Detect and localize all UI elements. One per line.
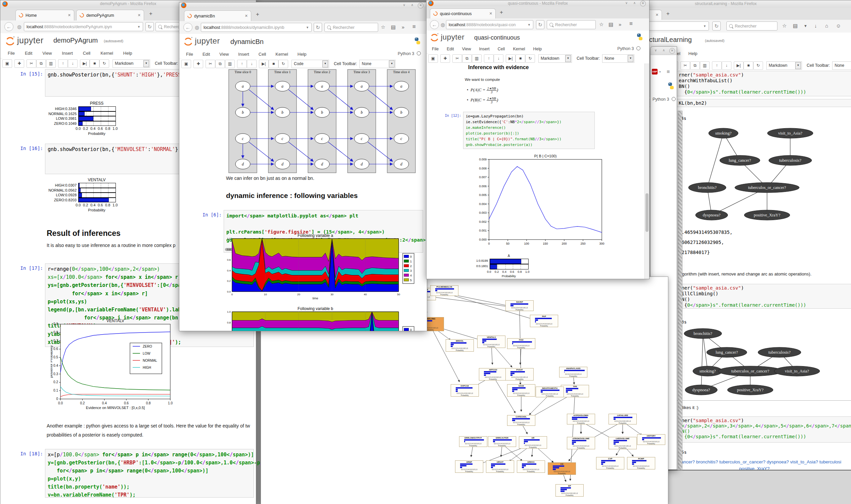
bn-node[interactable]: positive_XraY? (727, 385, 773, 395)
cut-cell-icon[interactable]: ✂ (206, 60, 215, 68)
tab-close-icon[interactable]: ✕ (486, 12, 492, 16)
copy-cell-icon[interactable]: ⧉ (462, 54, 472, 63)
adblock-icon[interactable]: ABP (652, 69, 658, 74)
alarm-node-history[interactable]: HISTORY0.0 0.2 0.4 0.6 0.8 1.0Probabilit… (637, 434, 665, 445)
alarm-node-hrekg[interactable]: HREKG0.0 0.2 0.4 0.6 0.8 1.0Probability (517, 461, 545, 473)
close-icon[interactable]: ✕ (669, 48, 675, 54)
menu-view[interactable]: View (42, 51, 52, 56)
paste-cell-icon[interactable]: ▥ (46, 59, 56, 68)
bn-node[interactable]: smoking? (709, 128, 738, 138)
alarm-node-cvp[interactable]: CVP0.0 0.2 0.4 0.6 0.8 1.0Probability (596, 457, 624, 469)
restart-kernel-icon[interactable]: ↻ (278, 60, 288, 68)
menu-icon[interactable]: ≡ (412, 23, 416, 30)
cut-cell-icon[interactable]: ✂ (452, 54, 462, 63)
paste-cell-icon[interactable]: ▥ (700, 61, 710, 70)
bn-node[interactable]: lung_cancer? (707, 347, 747, 357)
url-dropdown-icon[interactable]: ▼ (137, 25, 140, 29)
menu-edit[interactable]: Edit (203, 52, 210, 57)
menu-view[interactable]: View (462, 47, 471, 51)
menu-help[interactable]: Help (689, 51, 697, 56)
alarm-node-pvsat[interactable]: PVSAT0.0 0.2 0.4 0.6 0.8 1.0Probability (505, 368, 534, 380)
close-icon[interactable]: ✕ (418, 3, 423, 8)
paste-cell-icon[interactable]: ▥ (225, 60, 235, 68)
menu-kernel[interactable]: Kernel (100, 51, 113, 56)
menu-view[interactable]: View (219, 52, 229, 57)
alarm-node-insuffanesth[interactable]: INSUFFANESTH0.0 0.2 0.4 0.6 0.8 1.0Proba… (536, 386, 564, 397)
save-icon[interactable]: ▣ (2, 59, 12, 68)
overflow-icon[interactable]: » (402, 24, 404, 30)
stop-kernel-icon[interactable]: ■ (269, 60, 278, 68)
alarm-node-fio2[interactable]: FIO20.0 0.2 0.4 0.6 0.8 1.0Probability (507, 338, 535, 349)
back-icon[interactable]: ← (430, 20, 439, 29)
bn-node[interactable]: visit_to_Asia? (767, 128, 813, 138)
bn-node[interactable]: positive_XraY? (744, 210, 790, 220)
alarm-node-strokevolume[interactable]: STROKEVOLUME0.0 0.2 0.4 0.6 0.8 1.0Proba… (567, 437, 595, 449)
save-icon[interactable]: ▣ (181, 60, 191, 68)
restart-kernel-icon[interactable]: ↻ (525, 54, 535, 63)
menu-insert[interactable]: Insert (238, 52, 249, 57)
copy-cell-icon[interactable]: ⧉ (690, 61, 700, 70)
run-cell-icon[interactable]: ▶| (506, 54, 516, 63)
add-cell-icon[interactable]: ✚ (440, 54, 450, 63)
bookmark-star-icon[interactable]: ☆ (599, 21, 604, 28)
tab-close-icon[interactable]: ✕ (241, 14, 248, 18)
titlebar[interactable]: ∨ ∧ ✕ (179, 2, 427, 9)
menu-cell[interactable]: Cell (498, 47, 505, 51)
tab-quasi-continuous[interactable]: quasi-continuous✕ (430, 8, 496, 18)
reload-icon[interactable]: ↻ (145, 22, 154, 31)
search-input[interactable]: Rechercher (325, 23, 378, 32)
move-up-icon[interactable]: ↑ (237, 60, 247, 68)
stop-kernel-icon[interactable]: ■ (744, 61, 753, 70)
notebook-name[interactable]: demoPyAgrum (53, 37, 98, 44)
alarm-node-minvol[interactable]: MINVOL0.0 0.2 0.4 0.6 0.8 1.0Probability (446, 339, 474, 352)
cut-cell-icon[interactable]: ✂ (27, 59, 36, 68)
menu-kernel[interactable]: Kernel (275, 52, 288, 57)
reload-icon[interactable]: ↻ (536, 20, 544, 29)
maximize-icon[interactable]: ∧ (632, 1, 637, 6)
paste-cell-icon[interactable]: ▥ (472, 54, 482, 63)
save-icon[interactable]: ▣ (428, 54, 438, 63)
bn-node[interactable]: tuberculosis? (758, 347, 801, 357)
url-dropdown-icon[interactable]: ▼ (527, 23, 531, 26)
notebook-name[interactable]: quasi-continuous (474, 34, 520, 41)
url-dropdown-icon[interactable]: ▼ (703, 24, 706, 28)
alarm-node-hypovolemia[interactable]: HYPOVOLEMIA0.0 0.2 0.4 0.6 0.8 1.0Probab… (567, 414, 595, 425)
menu-edit[interactable]: Edit (25, 51, 32, 56)
url-bar[interactable]: localhost:8888/notebooks/dynamicBn.ipynb… (201, 23, 312, 32)
search-input[interactable]: Rechercher (547, 20, 596, 29)
node-links[interactable]: cancer? bronchitis? tuberculos_or_cancer… (679, 460, 841, 464)
notebook-name[interactable]: dynamicBn (230, 38, 264, 46)
notebook-name[interactable]: cturalLearning (649, 36, 692, 43)
menu-insert[interactable]: Insert (62, 51, 73, 56)
bn-node[interactable]: bronchitis? (684, 328, 722, 339)
menu-icon[interactable]: ≡ (666, 69, 670, 75)
tab-dynamicbn[interactable]: dynamicBn✕ (184, 11, 251, 21)
url-bar[interactable]: localhost:8888/notebooks/demoPyAgrum.ipy… (24, 22, 143, 31)
stop-kernel-icon[interactable]: ■ (516, 54, 525, 63)
bn-node[interactable]: tuberculos_or_cancer? (718, 366, 782, 376)
bn-node[interactable]: bronchitis? (689, 182, 726, 193)
alarm-node-errlowoutput[interactable]: ERRLOWOUTPUT0.0 0.2 0.4 0.6 0.8 1.0Proba… (459, 436, 487, 447)
url-bar[interactable]: localhost:8888/notebooks/quasi-con▼ (446, 20, 533, 29)
cell-toolbar-select[interactable]: None▼ (832, 61, 851, 70)
url-dropdown-icon[interactable]: ▼ (306, 26, 309, 29)
menu-icon[interactable]: ≡ (629, 20, 633, 27)
scrollbar-thumb[interactable] (645, 193, 648, 232)
code-content[interactable]: rner("sample_asia.csv") earchWithTabuLis… (679, 72, 806, 95)
menu-cell[interactable]: Cell (259, 52, 266, 57)
alarm-node-tpr[interactable]: TPR0.0 0.2 0.4 0.6 0.8 1.0Probability (561, 385, 589, 397)
cell-type-select[interactable]: Markdown▼ (766, 61, 802, 70)
copy-cell-icon[interactable]: ⧉ (36, 59, 46, 68)
alarm-node-pulmembolus[interactable]: PULMEMBOLUS0.0 0.2 0.4 0.6 0.8 1.0Probab… (430, 285, 458, 296)
bn-node[interactable]: tuberculos_or_cancer? (735, 182, 799, 193)
tab-close-icon[interactable]: ✕ (134, 13, 141, 17)
code-content[interactable]: gnb.showPosterior(bn,{'SHUNT':'HIGH'},'P… (48, 71, 187, 79)
reload-icon[interactable]: ↻ (314, 23, 322, 32)
move-down-icon[interactable]: ↓ (722, 61, 731, 70)
titlebar[interactable]: ∨ ∧ ✕ (650, 47, 677, 55)
dropdown-caret-icon[interactable]: ▾ (659, 70, 661, 73)
code-content[interactable]: ie=gum.LazyPropagation(bn) ie.setEvidenc… (466, 113, 561, 148)
menu-file[interactable]: File (432, 47, 439, 51)
menu-file[interactable]: File (8, 51, 15, 56)
maximize-icon[interactable]: ∧ (410, 3, 415, 8)
